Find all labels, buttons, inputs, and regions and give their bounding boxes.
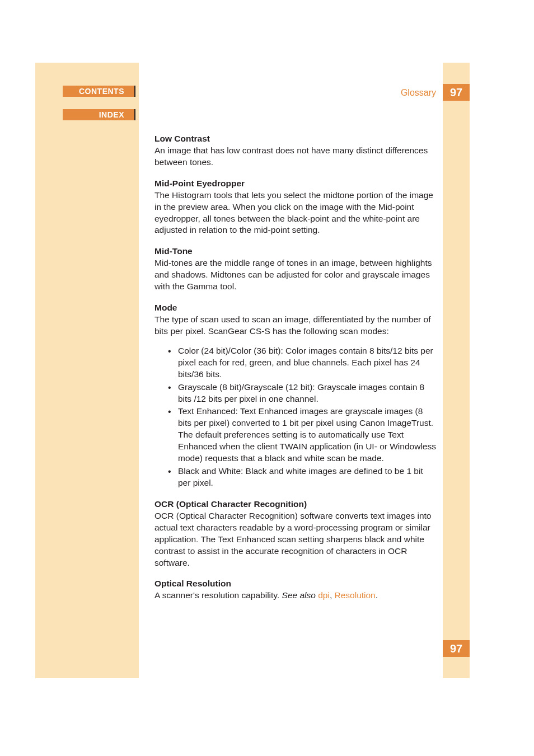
glossary-term: Low Contrast — [154, 133, 437, 145]
glossary-definition: An image that has low contrast does not … — [154, 145, 437, 168]
list-item: Grayscale (8 bit)/Grayscale (12 bit): Gr… — [166, 382, 437, 405]
mode-list: Color (24 bit)/Color (36 bit): Color ima… — [166, 345, 437, 489]
glossary-definition: Mid-tones are the middle range of tones … — [154, 257, 437, 293]
list-item: Text Enhanced: Text Enhanced images are … — [166, 406, 437, 464]
period: . — [376, 590, 378, 600]
glossary-term: Mode — [154, 302, 437, 314]
page-number-bottom: 97 — [443, 640, 470, 657]
left-accent-band — [35, 63, 139, 678]
glossary-definition: The Histogram tools that lets you select… — [154, 190, 437, 237]
glossary-entry: Mid-Tone Mid-tones are the middle range … — [154, 246, 437, 293]
glossary-term: OCR (Optical Character Recognition) — [154, 499, 437, 510]
glossary-content: Low Contrast An image that has low contr… — [154, 133, 437, 611]
see-also-label: See also — [282, 590, 318, 600]
cross-reference-link[interactable]: Resolution — [335, 590, 376, 600]
list-item: Color (24 bit)/Color (36 bit): Color ima… — [166, 345, 437, 381]
glossary-entry: Low Contrast An image that has low contr… — [154, 133, 437, 168]
glossary-definition: OCR (Optical Character Recognition) soft… — [154, 510, 437, 569]
glossary-definition: The type of scan used to scan an image, … — [154, 314, 437, 337]
glossary-entry: OCR (Optical Character Recognition) OCR … — [154, 499, 437, 569]
glossary-entry: Optical Resolution A scanner's resolutio… — [154, 578, 437, 602]
right-accent-band — [443, 63, 470, 678]
index-nav-button[interactable]: INDEX — [63, 109, 135, 120]
cross-reference-link[interactable]: dpi — [318, 590, 330, 600]
list-item: Black and White: Black and white images … — [166, 466, 437, 489]
separator: , — [330, 590, 335, 600]
glossary-term: Optical Resolution — [154, 578, 437, 590]
glossary-term: Mid-Tone — [154, 246, 437, 257]
glossary-entry: Mid-Point Eyedropper The Histogram tools… — [154, 178, 437, 237]
glossary-term: Mid-Point Eyedropper — [154, 178, 437, 190]
definition-text: A scanner's resolution capability. — [154, 590, 282, 600]
page-number-top: 97 — [443, 84, 470, 101]
section-label: Glossary — [401, 87, 436, 99]
contents-nav-button[interactable]: CONTENTS — [63, 86, 135, 97]
glossary-definition: A scanner's resolution capability. See a… — [154, 590, 437, 602]
glossary-entry: Mode The type of scan used to scan an im… — [154, 302, 437, 489]
